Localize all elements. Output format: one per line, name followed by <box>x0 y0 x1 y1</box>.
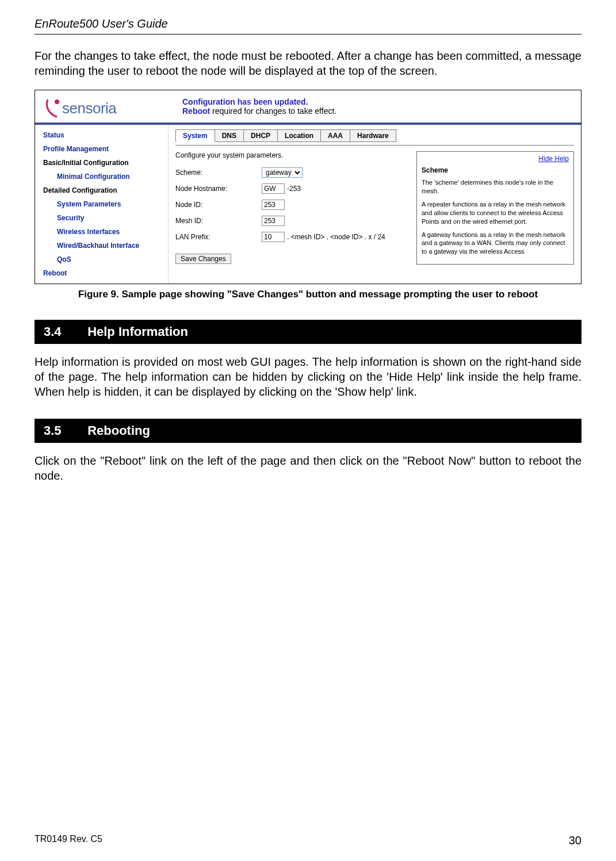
section-34-title: Help Information <box>87 324 188 339</box>
banner-line2: Reboot required for changes to take effe… <box>182 106 575 116</box>
row-nodeid: Node ID: <box>175 200 408 210</box>
tab[interactable]: DNS <box>215 129 244 142</box>
tabs-underline <box>175 145 574 146</box>
form-description: Configure your system parameters. <box>175 151 408 159</box>
content-flex: Configure your system parameters. Scheme… <box>175 151 574 265</box>
sidebar-item[interactable]: Profile Management <box>35 142 168 156</box>
section-34-body: Help information is provided on most web… <box>35 354 581 399</box>
section-35-body: Click on the "Reboot" link on the left o… <box>35 453 581 483</box>
help-p2: A repeater functions as a relay in the m… <box>422 200 569 226</box>
doc-header-title: EnRoute500 User's Guide <box>35 17 581 30</box>
help-p3: A gateway functions as a relay in the me… <box>422 231 569 257</box>
label-lanprefix: LAN Prefix: <box>175 233 262 241</box>
sidebar-item: Detailed Configuration <box>35 183 168 197</box>
label-hostname: Node Hostname: <box>175 185 262 193</box>
row-hostname: Node Hostname: -253 <box>175 183 408 194</box>
tab[interactable]: DHCP <box>244 129 278 142</box>
hostname-input[interactable] <box>262 183 285 194</box>
sidebar-item[interactable]: Wired/Backhaul Interface <box>35 239 168 252</box>
nodeid-input[interactable] <box>262 200 285 210</box>
logo-swoosh-icon <box>44 98 60 118</box>
content-area: SystemDNSDHCPLocationAAAHardware Configu… <box>169 125 581 284</box>
sidebar-item[interactable]: Wireless Interfaces <box>35 225 168 239</box>
sidebar-item[interactable]: Reboot <box>35 266 168 280</box>
row-lanprefix: LAN Prefix: . <mesh ID> . <node ID> . x … <box>175 232 408 242</box>
logo-cell: sensoria <box>35 90 169 123</box>
screenshot-main: StatusProfile ManagementBasic/Initial Co… <box>35 125 581 284</box>
sidebar-item: Basic/Initial Configuration <box>35 156 168 170</box>
row-meshid: Mesh ID: <box>175 216 408 226</box>
sidebar-item[interactable]: Minimal Configuration <box>35 170 168 183</box>
label-nodeid: Node ID: <box>175 201 262 209</box>
section-35-title: Rebooting <box>87 423 150 438</box>
label-scheme: Scheme: <box>175 169 262 177</box>
section-34-num: 3.4 <box>44 324 84 339</box>
lanprefix-input[interactable] <box>262 232 285 242</box>
tab[interactable]: AAA <box>321 129 350 142</box>
help-heading: Scheme <box>422 166 569 175</box>
logo: sensoria <box>44 98 163 118</box>
help-panel: Hide Help Scheme The 'scheme' determines… <box>416 151 574 265</box>
footer-page: 30 <box>569 834 581 847</box>
footer-rev: TR0149 Rev. C5 <box>35 834 102 847</box>
help-p1: The 'scheme' determines this node's role… <box>422 178 569 196</box>
scheme-select[interactable]: gateway <box>262 167 303 178</box>
tab[interactable]: Hardware <box>350 129 396 142</box>
sidebar-item[interactable]: Security <box>35 211 168 225</box>
intro-paragraph: For the changes to take effect, the node… <box>35 48 581 78</box>
tab[interactable]: System <box>175 129 215 142</box>
tabs-row: SystemDNSDHCPLocationAAAHardware <box>175 129 574 142</box>
sidebar-item[interactable]: Status <box>35 128 168 142</box>
sidebar: StatusProfile ManagementBasic/Initial Co… <box>35 125 169 284</box>
banner-reboot-word: Reboot <box>182 106 210 116</box>
row-scheme: Scheme: gateway <box>175 167 408 178</box>
banner-rest: required for changes to take effect. <box>210 106 336 116</box>
hide-help-link[interactable]: Hide Help <box>422 154 569 163</box>
banner-line1: Configuration has been updated. <box>182 97 575 106</box>
hostname-suffix: -253 <box>287 185 301 193</box>
label-meshid: Mesh ID: <box>175 217 262 225</box>
screenshot-top-row: sensoria Configuration has been updated.… <box>35 90 581 123</box>
tab[interactable]: Location <box>278 129 321 142</box>
screenshot-frame: sensoria Configuration has been updated.… <box>35 90 581 284</box>
logo-text: sensoria <box>62 100 116 117</box>
section-34-bar: 3.4 Help Information <box>35 320 581 344</box>
meshid-input[interactable] <box>262 216 285 226</box>
sidebar-item[interactable]: QoS <box>35 252 168 266</box>
form-area: Configure your system parameters. Scheme… <box>175 151 408 265</box>
svg-point-0 <box>55 100 59 104</box>
save-changes-button[interactable]: Save Changes <box>175 254 231 264</box>
footer: TR0149 Rev. C5 30 <box>35 834 581 847</box>
sidebar-item[interactable]: System Parameters <box>35 197 168 211</box>
lanprefix-suffix: . <mesh ID> . <node ID> . x / 24 <box>287 233 385 241</box>
section-35-num: 3.5 <box>44 423 84 438</box>
section-35-bar: 3.5 Rebooting <box>35 419 581 443</box>
header-rule <box>35 34 581 35</box>
figure-caption: Figure 9. Sample page showing "Save Chan… <box>35 289 581 300</box>
update-banner: Configuration has been updated. Reboot r… <box>169 90 581 121</box>
